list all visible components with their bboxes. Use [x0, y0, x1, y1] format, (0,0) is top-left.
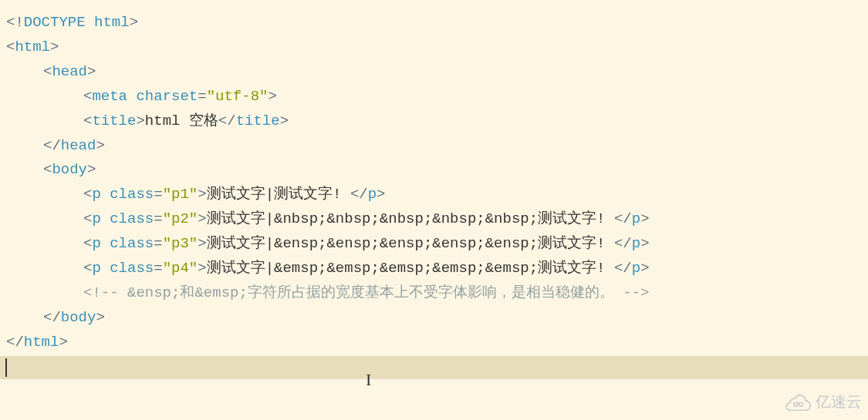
token-punct: > [96, 137, 104, 154]
token-punct: > [136, 113, 144, 129]
token-punct: > [198, 235, 206, 252]
token-attr-name: charset [136, 88, 198, 105]
token-punct: > [198, 186, 206, 203]
token-punct: < [83, 260, 92, 277]
text-caret [5, 358, 7, 377]
code-line[interactable]: <p class="p1">测试文字|测试文字! </p> [6, 183, 868, 207]
token-punct: < [83, 186, 92, 203]
token-punct: > [130, 14, 138, 31]
token-punct: > [96, 309, 104, 326]
token-punct: < [83, 113, 92, 129]
token-tag: p [368, 186, 377, 203]
code-line[interactable]: </html> [6, 331, 868, 355]
token-punct: < [83, 88, 92, 105]
token-attr-name: class [110, 186, 154, 203]
token-tag: p [92, 260, 100, 277]
code-line[interactable]: <p class="p4">测试文字|&emsp;&emsp;&emsp;&em… [6, 257, 868, 281]
watermark: 亿速云 [785, 389, 862, 415]
token-punct: > [87, 161, 96, 178]
token-punct: </ [43, 137, 61, 154]
token-tag: meta [92, 88, 127, 105]
token-tag: title [92, 113, 136, 129]
token-text: 测试文字|测试文字! [207, 186, 350, 203]
token-tag: head [61, 137, 96, 154]
token-text: 测试文字|&ensp;&ensp;&ensp;&ensp;&ensp;测试文字! [207, 235, 614, 252]
token-punct: </ [6, 334, 24, 351]
code-line[interactable]: <head> [6, 60, 868, 85]
token-punct: < [83, 210, 92, 227]
token-punct: = [154, 186, 162, 203]
svg-point-1 [799, 403, 803, 407]
code-editor[interactable]: <!DOCTYPE html><html><head><meta charset… [0, 0, 868, 355]
token-text: html 空格 [145, 113, 218, 129]
code-line[interactable]: </head> [6, 134, 868, 159]
token-tag: p [632, 260, 640, 277]
token-punct: < [6, 39, 15, 55]
token-tag: p [92, 210, 100, 227]
cloud-icon [785, 394, 811, 411]
token-punct: > [268, 88, 276, 105]
token-attr-name: class [110, 210, 154, 227]
token-punct: < [83, 235, 92, 252]
token-text [101, 235, 110, 252]
token-text: 测试文字|&nbsp;&nbsp;&nbsp;&nbsp;&nbsp;测试文字! [207, 210, 614, 227]
token-tag: html [24, 334, 59, 351]
token-tag: html [15, 39, 50, 55]
token-punct: </ [614, 260, 632, 277]
token-punct: > [377, 186, 385, 203]
token-punct: < [43, 161, 52, 178]
active-line-highlight [0, 356, 868, 379]
code-line[interactable]: <!-- &ensp;和&emsp;字符所占据的宽度基本上不受字体影响，是相当稳… [6, 281, 868, 306]
token-text [127, 88, 136, 105]
token-attr-val: "p2" [163, 210, 198, 227]
token-attr-val: "p1" [163, 186, 198, 203]
token-punct: < [43, 63, 52, 80]
token-text [86, 14, 94, 31]
code-line[interactable]: <html> [6, 35, 868, 60]
token-comment: <!-- &ensp;和&emsp;字符所占据的宽度基本上不受字体影响，是相当稳… [83, 284, 649, 301]
token-tag: title [236, 113, 280, 129]
token-punct: > [640, 210, 649, 227]
code-line[interactable]: </body> [6, 306, 868, 331]
token-punct: </ [614, 235, 632, 252]
token-punct: = [198, 88, 206, 105]
token-tag: p [632, 210, 640, 227]
token-tag: DOCTYPE [24, 14, 86, 31]
token-tag: body [52, 161, 87, 178]
token-attr-val: "p3" [163, 235, 198, 252]
token-punct: > [50, 39, 59, 55]
token-attr-name: html [94, 14, 130, 31]
token-text: 测试文字|&emsp;&emsp;&emsp;&emsp;&emsp;测试文字! [207, 260, 614, 277]
code-line[interactable]: <p class="p2">测试文字|&nbsp;&nbsp;&nbsp;&nb… [6, 207, 868, 232]
token-tag: p [92, 235, 100, 252]
watermark-text: 亿速云 [816, 389, 862, 415]
token-punct: > [280, 113, 289, 129]
token-tag: head [52, 63, 87, 80]
token-text [101, 186, 110, 203]
token-tag: body [61, 309, 96, 326]
token-punct: <! [6, 14, 24, 31]
token-punct: > [640, 260, 649, 277]
code-line[interactable]: <body> [6, 158, 868, 183]
svg-point-0 [794, 403, 798, 407]
code-line[interactable]: <!DOCTYPE html> [6, 11, 868, 35]
mouse-text-cursor-icon: I [366, 366, 371, 395]
token-punct: </ [350, 186, 368, 203]
token-attr-val: "utf-8" [207, 88, 269, 105]
token-punct: = [154, 260, 162, 277]
token-punct: > [198, 260, 206, 277]
token-tag: p [92, 186, 100, 203]
token-tag: p [632, 235, 640, 252]
token-attr-name: class [110, 235, 154, 252]
token-punct: > [87, 63, 96, 80]
token-text [101, 260, 110, 277]
token-punct: > [640, 235, 649, 252]
token-punct: = [154, 235, 162, 252]
code-line[interactable]: <p class="p3">测试文字|&ensp;&ensp;&ensp;&en… [6, 232, 868, 257]
code-line[interactable]: <title>html 空格</title> [6, 109, 868, 134]
code-line[interactable]: <meta charset="utf-8"> [6, 85, 868, 109]
token-attr-val: "p4" [163, 260, 198, 277]
token-punct: > [198, 210, 206, 227]
token-punct: </ [614, 210, 632, 227]
token-punct: > [59, 334, 67, 351]
